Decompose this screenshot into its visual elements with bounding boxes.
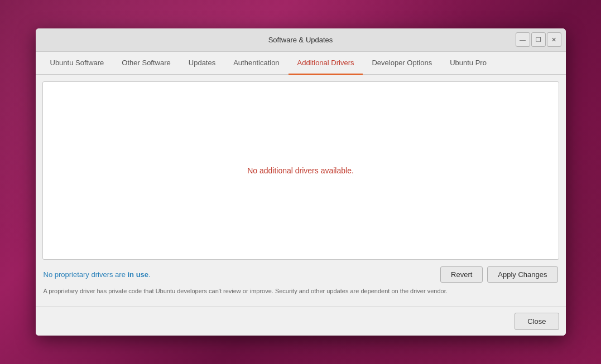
minimize-button[interactable]: — [516, 32, 530, 47]
main-window: Software & Updates — ❐ ✕ Ubuntu Software… [36, 28, 566, 336]
tab-other-software[interactable]: Other Software [113, 52, 179, 75]
proprietary-status: No proprietary drivers are in use. [44, 269, 151, 279]
window-title: Software & Updates [268, 36, 333, 44]
tab-content: No additional drivers available. No prop… [36, 75, 566, 307]
apply-changes-button[interactable]: Apply Changes [487, 266, 557, 283]
tab-additional-drivers[interactable]: Additional Drivers [289, 52, 363, 75]
tab-bar: Ubuntu Software Other Software Updates A… [36, 52, 566, 75]
window-controls: — ❐ ✕ [516, 32, 561, 47]
tab-updates[interactable]: Updates [180, 52, 224, 75]
tab-authentication[interactable]: Authentication [224, 52, 288, 75]
action-buttons: Revert Apply Changes [440, 266, 557, 283]
maximize-icon: ❐ [536, 36, 541, 43]
close-button[interactable]: ✕ [547, 32, 561, 47]
footer: Close [36, 307, 566, 336]
revert-button[interactable]: Revert [440, 266, 483, 283]
close-dialog-button[interactable]: Close [515, 313, 559, 330]
info-text: A proprietary driver has private code th… [42, 287, 559, 295]
status-text-post: . [148, 270, 151, 279]
status-row: No proprietary drivers are in use. Rever… [42, 266, 559, 283]
close-icon: ✕ [551, 36, 556, 43]
tab-ubuntu-pro[interactable]: Ubuntu Pro [441, 52, 496, 75]
window-content: Ubuntu Software Other Software Updates A… [36, 52, 566, 336]
no-drivers-message: No additional drivers available. [247, 166, 354, 175]
tab-developer-options[interactable]: Developer Options [363, 52, 441, 75]
minimize-icon: — [520, 36, 526, 43]
tab-ubuntu-software[interactable]: Ubuntu Software [41, 52, 113, 75]
titlebar: Software & Updates — ❐ ✕ [36, 28, 566, 52]
drivers-list-box: No additional drivers available. [42, 81, 559, 260]
maximize-button[interactable]: ❐ [531, 32, 546, 47]
status-text-pre: No proprietary drivers are [44, 270, 128, 279]
status-text-highlight: in use [128, 270, 149, 279]
